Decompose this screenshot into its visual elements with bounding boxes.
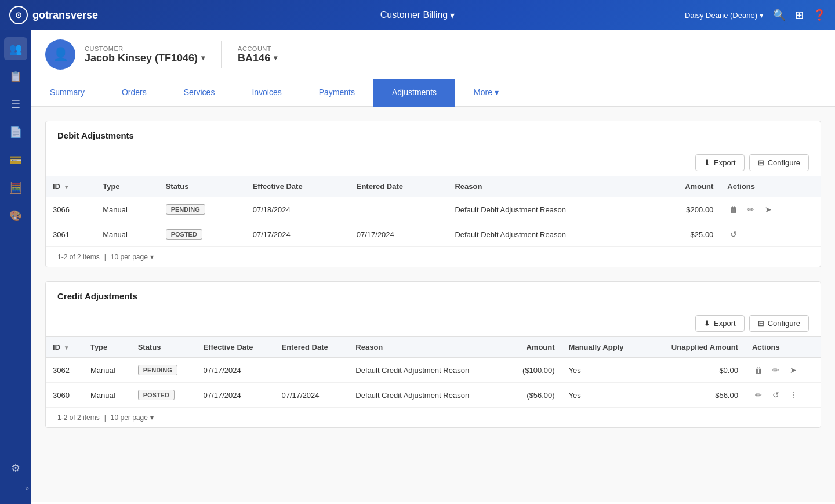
sidebar-item-documents[interactable]: 📋 — [4, 65, 27, 88]
credit-export-button[interactable]: ⬇ Export — [695, 315, 745, 332]
send-icon[interactable]: ➤ — [762, 203, 775, 216]
row-id: 3066 — [46, 197, 96, 222]
row-amount: ($56.00) — [505, 383, 562, 408]
row-amount: $200.00 — [651, 197, 720, 222]
sidebar-item-settings[interactable]: ⚙ — [4, 456, 27, 480]
sidebar-expand-button[interactable]: » — [0, 484, 31, 497]
col-effective-date: Effective Date — [246, 176, 350, 197]
download-icon: ⬇ — [704, 319, 710, 328]
debit-adjustments-toolbar: ⬇ Export ⊞ Configure — [46, 150, 821, 176]
debit-export-button[interactable]: ⬇ Export — [695, 154, 745, 171]
sidebar-item-card[interactable]: 💳 — [4, 148, 27, 172]
edit-icon[interactable]: ✏ — [752, 389, 765, 401]
row-manually-apply: Yes — [562, 358, 647, 383]
more-icon[interactable]: ⋮ — [787, 389, 800, 401]
row-amount: $25.00 — [651, 222, 720, 247]
row-entered-date — [275, 358, 349, 383]
sidebar-item-calculator[interactable]: 🧮 — [4, 176, 27, 200]
table-row: 3062 Manual PENDING 07/17/2024 Default C… — [46, 358, 821, 383]
row-actions: ✏ ↺ ⋮ — [745, 383, 821, 408]
col-amount: Amount — [505, 337, 562, 358]
app-name: gotransverse — [32, 9, 98, 21]
header-divider — [221, 41, 222, 68]
tab-orders[interactable]: Orders — [103, 79, 165, 107]
tab-summary[interactable]: Summary — [31, 79, 103, 107]
customer-avatar: 👤 — [45, 39, 75, 70]
customer-name[interactable]: Jacob Kinsey (TF1046) ▾ — [85, 52, 205, 64]
col-entered-date: Entered Date — [350, 176, 448, 197]
send-icon[interactable]: ➤ — [787, 364, 800, 376]
row-actions: 🗑 ✏ ➤ — [745, 358, 821, 383]
col-actions: Actions — [720, 176, 821, 197]
col-entered-date: Entered Date — [275, 337, 349, 358]
credit-adjustments-section: Credit Adjustments ⬇ Export ⊞ Configure … — [45, 281, 821, 428]
tab-more[interactable]: More ▾ — [455, 79, 517, 107]
row-entered-date — [350, 197, 448, 222]
customer-name-text: Jacob Kinsey (TF1046) — [85, 52, 198, 64]
row-effective-date: 07/17/2024 — [197, 358, 275, 383]
account-name[interactable]: BA146 ▾ — [238, 52, 277, 64]
customer-header: 👤 CUSTOMER Jacob Kinsey (TF1046) ▾ ACCOU… — [31, 30, 835, 79]
credit-configure-button[interactable]: ⊞ Configure — [749, 315, 809, 332]
row-type: Manual — [96, 197, 159, 222]
row-type: Manual — [84, 358, 131, 383]
status-badge: POSTED — [166, 229, 202, 240]
tab-payments[interactable]: Payments — [300, 79, 373, 107]
delete-icon[interactable]: 🗑 — [752, 364, 765, 376]
row-status: PENDING — [159, 197, 246, 222]
sidebar-item-palette[interactable]: 🎨 — [4, 204, 27, 227]
help-icon[interactable]: ❓ — [813, 9, 826, 21]
col-id[interactable]: ID ▼ — [46, 176, 96, 197]
delete-icon[interactable]: 🗑 — [727, 203, 740, 216]
app-logo[interactable]: ⊙ gotransverse — [9, 6, 98, 24]
row-id: 3060 — [46, 383, 84, 408]
row-reason: Default Debit Adjustment Reason — [448, 197, 651, 222]
credit-per-page[interactable]: 10 per page ▾ — [111, 414, 154, 422]
col-id[interactable]: ID ▼ — [46, 337, 84, 358]
debit-per-page[interactable]: 10 per page ▾ — [111, 253, 154, 261]
customer-info: CUSTOMER Jacob Kinsey (TF1046) ▾ — [85, 45, 205, 64]
grid-icon[interactable]: ⊞ — [795, 9, 804, 21]
row-status: POSTED — [131, 383, 197, 408]
user-name-text: Daisy Deane (Deane) — [685, 11, 757, 20]
debit-adjustments-table: ID ▼ Type Status Effective Date Entered … — [46, 176, 821, 246]
col-manually-apply: Manually Apply — [562, 337, 647, 358]
tab-adjustments[interactable]: Adjustments — [373, 79, 455, 107]
row-reason: Default Credit Adjustment Reason — [348, 358, 505, 383]
undo-icon[interactable]: ↺ — [727, 228, 740, 241]
credit-adjustments-title: Credit Adjustments — [46, 282, 821, 310]
table-row: 3060 Manual POSTED 07/17/2024 07/17/2024… — [46, 383, 821, 408]
user-menu[interactable]: Daisy Deane (Deane) ▾ — [685, 11, 764, 20]
undo-icon[interactable]: ↺ — [769, 389, 782, 401]
row-reason: Default Credit Adjustment Reason — [348, 383, 505, 408]
row-id: 3062 — [46, 358, 84, 383]
row-unapplied-amount: $56.00 — [646, 383, 745, 408]
credit-adjustments-table: ID ▼ Type Status Effective Date Entered … — [46, 336, 821, 407]
edit-icon[interactable]: ✏ — [769, 364, 782, 376]
content-area: Debit Adjustments ⬇ Export ⊞ Configure I… — [31, 107, 835, 502]
sidebar-item-people[interactable]: 👥 — [4, 37, 27, 60]
sidebar: 👥 📋 ☰ 📄 💳 🧮 🎨 ⚙ » — [0, 30, 31, 504]
row-amount: ($100.00) — [505, 358, 562, 383]
debit-pagination: 1-2 of 2 items | 10 per page ▾ — [46, 246, 821, 267]
credit-pagination: 1-2 of 2 items | 10 per page ▾ — [46, 407, 821, 427]
debit-configure-button[interactable]: ⊞ Configure — [749, 154, 809, 171]
row-effective-date: 07/17/2024 — [246, 222, 350, 247]
top-nav: ⊙ gotransverse Customer Billing ▾ Daisy … — [0, 0, 835, 30]
download-icon: ⬇ — [704, 158, 710, 167]
col-unapplied-amount: Unapplied Amount — [646, 337, 745, 358]
nav-right: Daisy Deane (Deane) ▾ 🔍 ⊞ ❓ — [685, 9, 826, 21]
tab-services[interactable]: Services — [165, 79, 234, 107]
edit-icon[interactable]: ✏ — [745, 203, 757, 216]
account-info: ACCOUNT BA146 ▾ — [238, 45, 277, 64]
debit-pagination-summary: 1-2 of 2 items — [57, 253, 100, 261]
sidebar-item-list[interactable]: ☰ — [4, 93, 27, 116]
tab-invoices[interactable]: Invoices — [233, 79, 300, 107]
sidebar-item-file[interactable]: 📄 — [4, 121, 27, 144]
col-actions: Actions — [745, 337, 821, 358]
status-badge: PENDING — [166, 204, 205, 215]
row-actions: 🗑 ✏ ➤ — [720, 197, 821, 222]
search-icon[interactable]: 🔍 — [773, 9, 786, 21]
debit-adjustments-section: Debit Adjustments ⬇ Export ⊞ Configure I… — [45, 121, 821, 267]
col-status: Status — [131, 337, 197, 358]
